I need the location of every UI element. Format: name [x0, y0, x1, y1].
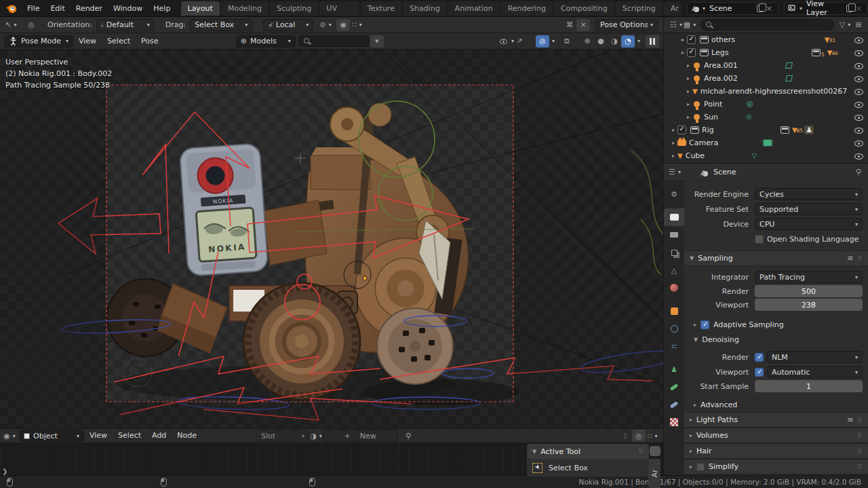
render-engine-dropdown[interactable]: Cycles▾ — [755, 188, 863, 200]
menu-edit[interactable]: Edit — [45, 0, 70, 17]
outliner-row-area-001[interactable]: ▸ Area.001 — [664, 59, 868, 72]
gizmo-ring-icon[interactable]: ◎ — [24, 19, 38, 31]
tab-bone[interactable] — [664, 378, 684, 396]
shader-type-dropdown[interactable]: Object▾ — [19, 430, 84, 442]
outliner-row-area-002[interactable]: ▸ Area.002 — [664, 72, 868, 85]
samples-viewport-slider[interactable]: 238 — [755, 299, 863, 311]
denoising-toggle[interactable]: ▼ Denoising — [684, 332, 868, 347]
section-simplify[interactable]: ▸ Simplify⠿ — [684, 459, 868, 474]
outliner-row-others[interactable]: ▸ others ▼31 — [664, 33, 868, 46]
sidebar-expand-arrow[interactable]: ❯ — [2, 468, 7, 475]
xray-toggle-icon[interactable]: ⧉ — [560, 35, 574, 48]
pause-render-button[interactable] — [646, 35, 659, 48]
pose-options-dropdown[interactable]: Pose Options▾ — [595, 19, 658, 31]
integrator-dropdown[interactable]: Path Tracing▾ — [755, 271, 863, 283]
shading-material-icon[interactable]: ◑ — [608, 35, 621, 48]
workspace-tab-shading[interactable]: Shading — [403, 1, 447, 16]
view-layer-name[interactable]: View Layer — [802, 0, 846, 17]
new-material-button[interactable]: +New — [323, 430, 397, 442]
outliner-display-mode-icon[interactable]: ☷▾ — [669, 19, 683, 31]
advanced-toggle[interactable]: ▸Advanced — [684, 397, 868, 412]
tab-output[interactable] — [664, 226, 684, 244]
workspace-tab-animation[interactable]: Animation — [448, 1, 500, 16]
section-hair[interactable]: ▸Hair⠿ — [684, 443, 868, 459]
presets-icon[interactable]: ≡ — [847, 415, 853, 424]
shading-wireframe-icon[interactable]: ⊕ — [580, 35, 594, 48]
viewport-canvas[interactable]: NOKIA NOKIA — [0, 50, 663, 428]
outliner-search-input[interactable] — [701, 19, 834, 31]
proportional-edit-icon[interactable]: ◎ — [632, 430, 646, 442]
menu-help[interactable]: Help — [148, 0, 176, 17]
hide-eye-icon[interactable] — [853, 100, 864, 109]
show-hide-icon[interactable]: ▾ — [499, 35, 513, 48]
hide-eye-icon[interactable] — [853, 61, 864, 71]
outliner-filter-icon[interactable]: ▽▾ — [838, 19, 852, 31]
outliner-row-cube[interactable]: ▸ ▼ Cube ▽ — [664, 149, 868, 162]
snap-node-icon[interactable]: ∷▾ — [646, 430, 659, 442]
workspace-tab-modeling[interactable]: Modeling — [221, 1, 269, 16]
presets-icon[interactable]: ≡ — [847, 254, 853, 263]
workspace-tab-rendering[interactable]: Rendering — [501, 1, 553, 16]
overlays-toggle-icon[interactable]: ◎ — [536, 35, 549, 48]
collection-checkbox[interactable] — [687, 48, 696, 57]
outliner-row-sun[interactable]: ▸ Sun ☼ — [664, 111, 868, 124]
pin-icon[interactable]: ⚲ — [401, 430, 415, 442]
shading-solid-icon[interactable]: ● — [594, 35, 608, 48]
workspace-tab-layout[interactable]: Layout — [181, 1, 220, 16]
viewport-menu-pose[interactable]: Pose — [136, 33, 163, 50]
node-menu-select[interactable]: Select — [113, 428, 146, 443]
device-dropdown[interactable]: CPU▾ — [755, 218, 863, 230]
node-menu-view[interactable]: View — [84, 428, 113, 443]
area-light-data-icon[interactable] — [785, 75, 793, 81]
keying-icon[interactable]: ⌘ — [563, 19, 576, 31]
drag-dots-icon[interactable]: ⠿ — [857, 432, 863, 439]
denoise-viewport-dropdown[interactable]: Automatic▾ — [767, 366, 863, 378]
section-volumes[interactable]: ▸Volumes⠿ — [684, 428, 868, 443]
editor-type-icon[interactable]: ◉▾ — [3, 430, 16, 442]
add-view-layer-icon[interactable] — [846, 5, 853, 12]
denoise-viewport-checkbox[interactable] — [755, 368, 764, 377]
clear-keying-icon[interactable]: × — [576, 19, 590, 31]
menu-window[interactable]: Window — [108, 0, 148, 17]
workspace-tab-truncated[interactable]: Ar — [664, 1, 681, 16]
outliner-row-point[interactable]: ▸ Point — [664, 98, 868, 111]
workspace-tab-uv-editing[interactable]: UV Editing — [319, 1, 359, 16]
tab-constraints[interactable]: ⊂ — [664, 337, 684, 355]
osl-checkbox[interactable] — [755, 235, 764, 244]
menu-render[interactable]: Render — [71, 0, 108, 17]
pivot-dropdown[interactable]: ⊀ Local▾ — [263, 19, 313, 31]
mesh-data-icon[interactable]: ▽ — [751, 152, 757, 159]
point-light-data-icon[interactable] — [747, 101, 753, 107]
hide-eye-icon[interactable] — [853, 74, 864, 83]
feature-set-dropdown[interactable]: Supported▾ — [755, 203, 863, 215]
hide-eye-icon[interactable] — [853, 126, 864, 135]
active-tool-icon[interactable]: ↖▾ — [4, 19, 18, 31]
workspace-tab-compositing[interactable]: Compositing — [554, 1, 614, 16]
drag-dots-icon[interactable]: ⠿ — [857, 448, 863, 455]
node-menu-add[interactable]: Add — [146, 428, 172, 443]
new-scene-icon[interactable] — [757, 5, 764, 12]
snap-icon[interactable]: ⊘▾ — [319, 19, 332, 31]
outliner-row-rig[interactable]: ▸ Rig ▼85 ♟ — [664, 124, 868, 136]
asset-expand-chevron[interactable]: ▾ — [370, 35, 384, 48]
view-layer-selector[interactable]: ▾ View Layer × — [784, 2, 868, 15]
drag-dots-icon[interactable]: ⠿ — [857, 417, 863, 424]
workspace-tab-scripting[interactable]: Scripting — [616, 1, 663, 16]
tab-object[interactable] — [664, 302, 684, 320]
tab-world[interactable] — [664, 279, 684, 297]
hide-eye-icon[interactable] — [853, 113, 864, 122]
hide-eye-icon[interactable] — [853, 138, 864, 148]
outliner-restriction-icon[interactable]: ▦▾ — [683, 19, 696, 31]
viewport-menu-view[interactable]: View — [73, 33, 102, 50]
tab-tool[interactable]: ⚙ — [664, 185, 684, 203]
sun-light-data-icon[interactable]: ☼ — [745, 114, 753, 121]
mode-dropdown[interactable]: Pose Mode▾ — [4, 35, 73, 48]
workspace-tab-texture-paint[interactable]: Texture Paint — [361, 1, 401, 16]
scene-name[interactable]: Scene — [705, 4, 757, 13]
hide-eye-icon[interactable] — [853, 48, 864, 58]
camera-data-icon[interactable] — [762, 139, 773, 147]
shading-rendered-icon[interactable]: ◔ — [621, 35, 635, 48]
workspace-tab-sculpting[interactable]: Sculpting — [270, 1, 318, 16]
start-sample-slider[interactable]: 1 — [755, 380, 863, 392]
tab-object-data[interactable]: ♟ — [664, 360, 684, 378]
